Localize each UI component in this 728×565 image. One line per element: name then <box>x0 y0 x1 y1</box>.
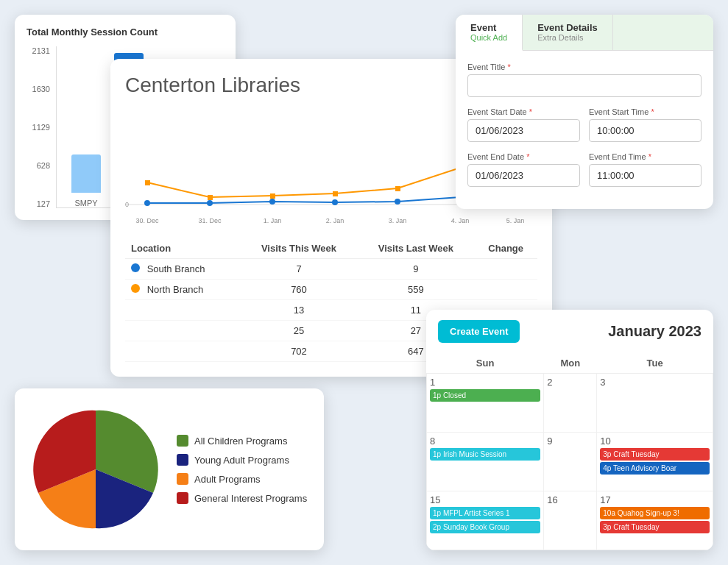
svg-text:5. Jan: 5. Jan <box>506 217 525 224</box>
tab-details-sub: Extra Details <box>537 33 598 42</box>
location-cell: North Branch <box>125 280 241 300</box>
start-date-label: Event Start Date * <box>467 107 580 116</box>
tab-event-title: Event <box>470 22 507 33</box>
calendar-day: 8 1p Irish Music Session <box>427 433 544 491</box>
this-week-cell: 25 <box>241 321 358 341</box>
pie-chart-card: All Children Programs Young Adult Progra… <box>15 388 324 550</box>
end-date-input[interactable] <box>467 164 580 187</box>
end-date-label: Event End Date * <box>467 152 580 161</box>
calendar-week: 8 1p Irish Music Session 9 10 3p Craft T… <box>427 433 713 491</box>
table-row: South Branch 7 9 <box>125 259 537 280</box>
bar-smpy <box>71 154 101 193</box>
start-time-input[interactable] <box>589 119 702 142</box>
calendar-card: Create Event January 2023 Sun Mon Tue 1 … <box>426 310 713 550</box>
svg-rect-20 <box>395 186 400 191</box>
event-title-label: Event Title * <box>467 63 702 71</box>
start-date-row: Event Start Date * Event Start Time * <box>467 107 702 152</box>
event-tabs: Event Quick Add Event Details Extra Deta… <box>456 15 713 51</box>
location-dot <box>131 263 140 272</box>
svg-text:30. Dec: 30. Dec <box>135 217 159 224</box>
legend-item: Adult Programs <box>177 473 307 485</box>
calendar-event[interactable]: 3p Craft Tuesday <box>600 521 710 533</box>
calendar-week: 1 1p Closed 2 3 <box>427 374 713 433</box>
calendar-grid: Sun Mon Tue 1 1p Closed 2 3 <box>426 353 713 550</box>
this-week-cell: 760 <box>241 280 358 300</box>
svg-point-9 <box>144 200 150 206</box>
svg-text:0: 0 <box>125 201 129 208</box>
calendar-event[interactable]: 1p MFPL Artist Series 1 <box>430 507 540 519</box>
calendar-day: 17 10a Quahog Sign-up 3! 3p Craft Tuesda… <box>597 491 713 550</box>
col-this-week: Visits This Week <box>241 238 358 259</box>
tab-details-title: Event Details <box>537 22 598 33</box>
legend-label-adult: Adult Programs <box>194 474 261 485</box>
bar-label-smpy: SMPY <box>74 199 97 207</box>
calendar-event[interactable]: 1p Closed <box>430 389 540 402</box>
end-time-input[interactable] <box>589 164 702 187</box>
svg-text:3. Jan: 3. Jan <box>389 217 407 224</box>
svg-point-11 <box>269 199 275 205</box>
tab-event[interactable]: Event Quick Add <box>456 15 523 51</box>
calendar-event[interactable]: 1p Irish Music Session <box>430 448 540 461</box>
this-week-cell: 13 <box>241 300 358 321</box>
y-label: 127 <box>26 199 50 208</box>
end-date-row: Event End Date * Event End Time * <box>467 152 702 197</box>
calendar-event[interactable]: 10a Quahog Sign-up 3! <box>600 507 710 519</box>
bar-chart-title: Total Monthly Session Count <box>26 26 224 38</box>
day-num: 17 <box>600 494 710 505</box>
day-header-mon: Mon <box>544 353 597 374</box>
start-time-label: Event Start Time * <box>589 107 702 116</box>
day-num: 15 <box>430 494 540 505</box>
location-cell <box>125 300 241 321</box>
event-title-input[interactable] <box>467 74 702 97</box>
calendar-event[interactable]: 3p Craft Tuesday <box>600 448 710 461</box>
calendar-day: 10 3p Craft Tuesday 4p Teen Advisory Boa… <box>597 433 713 491</box>
calendar-month: January 2023 <box>608 323 702 340</box>
legend-label-children: All Children Programs <box>194 436 287 447</box>
calendar-week: 15 1p MFPL Artist Series 1 2p Sunday Boo… <box>427 491 713 550</box>
svg-point-12 <box>332 199 338 205</box>
y-label: 628 <box>26 161 50 170</box>
legend-item: All Children Programs <box>177 435 307 447</box>
svg-point-10 <box>207 200 213 206</box>
location-name: North Branch <box>147 284 204 295</box>
calendar-event[interactable]: 4p Teen Advisory Boar <box>600 462 710 475</box>
last-week-cell: 559 <box>357 280 474 300</box>
svg-text:4. Jan: 4. Jan <box>451 217 470 224</box>
svg-rect-16 <box>145 180 150 185</box>
location-cell: South Branch <box>125 259 241 280</box>
svg-rect-18 <box>270 193 275 199</box>
legend-label-young-adult: Young Adult Programs <box>194 455 289 466</box>
calendar-header: Create Event January 2023 <box>426 310 713 353</box>
y-label: 1129 <box>26 123 50 132</box>
svg-text:2. Jan: 2. Jan <box>326 217 344 224</box>
legend-item: General Interest Programs <box>177 492 307 504</box>
day-num: 10 <box>600 436 710 447</box>
start-time-group: Event Start Time * <box>589 107 702 142</box>
end-time-label: Event End Time * <box>589 152 702 161</box>
day-num: 9 <box>547 436 593 447</box>
event-title-group: Event Title * <box>467 63 702 97</box>
end-date-group: Event End Date * <box>467 152 580 187</box>
calendar-day: 15 1p MFPL Artist Series 1 2p Sunday Boo… <box>427 491 544 550</box>
day-num: 8 <box>430 436 540 447</box>
pie-wrap: All Children Programs Young Adult Progra… <box>29 403 309 536</box>
y-label: 2131 <box>26 46 50 55</box>
day-header-sun: Sun <box>427 353 544 374</box>
y-axis: 2131 1630 1129 628 127 <box>26 46 56 208</box>
start-date-input[interactable] <box>467 119 580 142</box>
location-cell <box>125 341 241 362</box>
event-form-body: Event Title * Event Start Date * Event S… <box>456 51 713 209</box>
svg-rect-19 <box>333 191 338 196</box>
change-cell <box>474 259 537 280</box>
this-week-cell: 702 <box>241 341 358 362</box>
tab-event-details[interactable]: Event Details Extra Details <box>523 15 613 50</box>
create-event-button[interactable]: Create Event <box>438 320 520 343</box>
location-dot <box>131 284 140 293</box>
legend-dot-young-adult <box>177 454 188 466</box>
calendar-event[interactable]: 2p Sunday Book Group <box>430 521 540 533</box>
legend-dot-general <box>177 492 188 504</box>
legend-dot-adult <box>177 473 188 485</box>
location-cell <box>125 321 241 341</box>
day-num: 16 <box>547 494 593 505</box>
calendar-day: 3 <box>597 374 713 433</box>
